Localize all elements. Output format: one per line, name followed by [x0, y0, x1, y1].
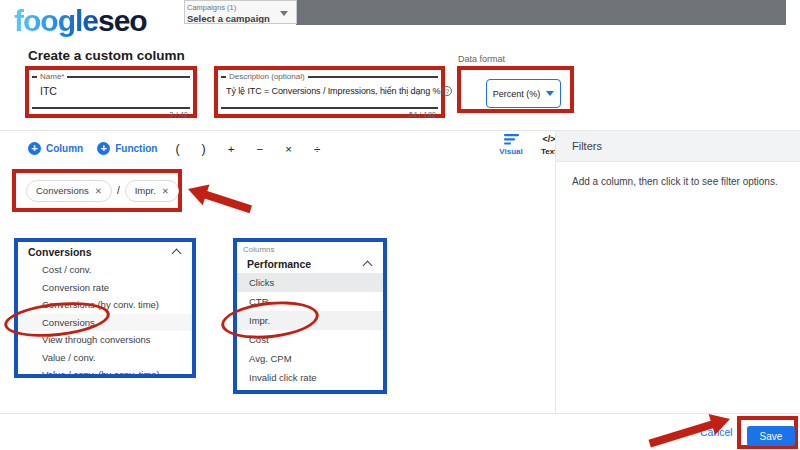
add-function-label: Function	[115, 143, 157, 154]
description-field-annotation-box: Description (optional) Tỷ lệ ITC = Conve…	[214, 66, 445, 118]
open-paren-button[interactable]: (	[175, 142, 179, 156]
name-input[interactable]: ITC	[40, 85, 57, 97]
description-value: Tỷ lệ ITC = Conversions / Impressions, h…	[226, 86, 440, 96]
list-item-impr[interactable]: Impr.	[237, 311, 383, 330]
visual-lines-icon	[504, 134, 519, 145]
formula-toolbar: + Column + Function ( ) + − × ÷	[0, 131, 490, 166]
conversions-dropdown-list: Conversions Cost / conv. Conversion rate…	[14, 238, 196, 378]
add-column-button[interactable]: + Column	[28, 142, 83, 155]
logo: foogleseo	[14, 4, 147, 38]
name-char-counter: 3 / 40	[169, 110, 188, 119]
list-item-ctr[interactable]: CTR	[237, 292, 383, 311]
list-item-view-through-conversions[interactable]: View through conversions	[18, 331, 192, 349]
plus-icon: +	[97, 142, 110, 155]
add-column-label: Column	[46, 143, 83, 154]
arrow-shaft	[204, 191, 252, 213]
filters-empty-message: Add a column, then click it to see filte…	[556, 162, 800, 189]
list-item-avg-cpm[interactable]: Avg. CPM	[237, 349, 383, 368]
filters-panel-title: Filters	[556, 131, 800, 162]
footer-divider	[0, 413, 800, 414]
columns-dropdown-list: Columns Performance Clicks CTR Impr. Cos…	[233, 238, 387, 394]
help-icon[interactable]: ?	[442, 86, 452, 96]
list-item-value-per-conv[interactable]: Value / conv.	[18, 349, 192, 367]
filters-panel: Filters Add a column, then click it to s…	[555, 131, 800, 413]
list-item-clicks[interactable]: Clicks	[237, 273, 383, 292]
dimmed-background-toolbar	[296, 0, 786, 25]
add-function-button[interactable]: + Function	[97, 142, 157, 155]
save-annotation-box: Save	[737, 416, 798, 449]
list-item-conversions[interactable]: Conversions	[18, 314, 192, 332]
remove-icon[interactable]: ✕	[95, 186, 102, 196]
group-header-label: Conversions	[28, 246, 92, 258]
data-format-label: Data format	[458, 54, 505, 64]
visual-toggle-label: Visual	[499, 147, 522, 156]
field-underline	[221, 107, 438, 109]
performance-group-header[interactable]: Performance	[237, 254, 383, 273]
chevron-down-icon	[280, 11, 288, 16]
list-item-conversions-by-conv-time[interactable]: Conversions (by conv. time)	[18, 296, 192, 314]
plus-operator-button[interactable]: +	[228, 143, 235, 155]
data-format-annotation-box: Percent (%)	[457, 66, 574, 113]
chip-label: Conversions	[36, 185, 89, 196]
description-input[interactable]: Tỷ lệ ITC = Conversions / Impressions, h…	[226, 86, 452, 96]
chip-label: Impr.	[135, 185, 156, 196]
list-item-conversion-rate[interactable]: Conversion rate	[18, 279, 192, 297]
annotation-arrow-formula	[185, 179, 255, 220]
create-custom-column-screen: foogleseo Campaigns (1) Select a campaig…	[0, 0, 800, 450]
save-button[interactable]: Save	[747, 426, 795, 446]
list-item-cost[interactable]: Cost	[237, 330, 383, 349]
campaign-selector-value: Select a campaign	[187, 13, 270, 24]
name-field-annotation-box: Name* ITC 3 / 40	[25, 66, 197, 118]
arrow-head	[185, 179, 210, 206]
formula-chip-conversions[interactable]: Conversions ✕	[26, 180, 112, 202]
list-item-cost-per-conv[interactable]: Cost / conv.	[18, 261, 192, 279]
chevron-up-icon	[172, 248, 182, 258]
columns-group-label: Columns	[237, 242, 383, 254]
close-paren-button[interactable]: )	[202, 142, 206, 156]
divide-separator: /	[117, 185, 120, 196]
logo-foogle: foogle	[14, 4, 98, 37]
list-item-invalid-click-rate[interactable]: Invalid click rate	[237, 368, 383, 387]
field-underline	[32, 107, 190, 109]
logo-seo: seo	[98, 4, 147, 37]
list-item-value-per-conv-by-time[interactable]: Value / conv. (by conv. time)	[18, 366, 192, 378]
cancel-button[interactable]: Cancel	[700, 426, 733, 438]
data-format-value: Percent (%)	[493, 89, 541, 99]
campaign-selector-label: Campaigns (1)	[187, 3, 236, 12]
view-toggle: Visual </> Text	[497, 134, 563, 156]
name-field-label: Name*	[37, 72, 67, 81]
formula-annotation-box: Conversions ✕ / Impr. ✕	[12, 169, 182, 212]
conversions-group-header[interactable]: Conversions	[18, 242, 192, 261]
description-field-label: Description (optional)	[226, 72, 308, 81]
visual-view-toggle[interactable]: Visual	[497, 134, 525, 156]
plus-icon: +	[28, 142, 41, 155]
minus-operator-button[interactable]: −	[257, 143, 264, 155]
chevron-down-icon	[546, 91, 554, 96]
page-title: Create a custom column	[28, 48, 185, 63]
data-format-select[interactable]: Percent (%)	[486, 79, 561, 108]
description-field[interactable]: Description (optional) Tỷ lệ ITC = Conve…	[218, 70, 441, 114]
formula-chip-impressions[interactable]: Impr. ✕	[125, 180, 179, 202]
name-field[interactable]: Name* ITC 3 / 40	[29, 70, 193, 114]
multiply-operator-button[interactable]: ×	[285, 143, 292, 155]
description-char-counter: 54 / 180	[409, 110, 436, 119]
remove-icon[interactable]: ✕	[162, 186, 169, 196]
code-icon: </>	[542, 134, 555, 145]
campaign-selector[interactable]: Campaigns (1) Select a campaign	[184, 0, 297, 24]
group-header-label: Performance	[247, 258, 311, 270]
chevron-up-icon	[363, 260, 373, 270]
divide-operator-button[interactable]: ÷	[314, 143, 320, 155]
